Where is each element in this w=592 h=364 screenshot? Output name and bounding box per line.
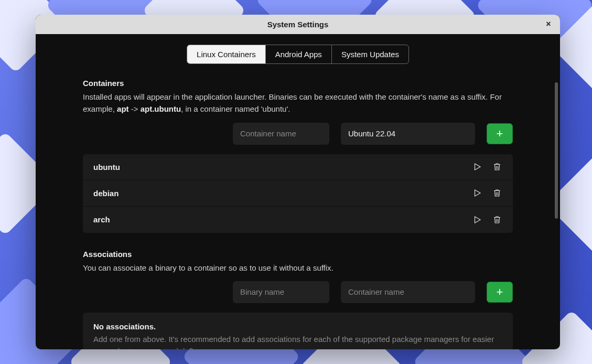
plus-icon: + [497,127,503,141]
plus-icon: + [497,285,503,299]
distro-select[interactable]: Ubuntu 22.04 [341,123,475,145]
containers-heading: Containers [83,79,513,88]
svg-marker-1 [475,190,481,196]
list-item: debian [83,180,513,207]
empty-description: Add one from above. It's recommended to … [93,333,502,349]
trash-icon[interactable] [492,215,502,225]
tab-system-updates[interactable]: System Updates [332,45,408,63]
associations-empty-state: No associations. Add one from above. It'… [83,313,513,349]
containers-description: Installed apps will appear in the applic… [83,91,513,115]
binary-name-input[interactable] [233,281,329,303]
titlebar[interactable]: System Settings × [36,15,560,34]
scrollbar-thumb[interactable] [555,82,558,219]
associations-heading: Associations [83,250,513,259]
close-icon: × [546,19,551,29]
associations-description: You can associate a binary to a containe… [83,262,513,274]
play-icon[interactable] [472,188,482,198]
window-title: System Settings [267,20,329,29]
add-container-button[interactable]: + [487,123,513,144]
distro-selected-label: Ubuntu 22.04 [348,129,395,138]
tab-bar: Linux Containers Android Apps System Upd… [83,45,513,64]
container-add-row: Ubuntu 22.04 + [83,123,513,145]
play-icon[interactable] [472,215,482,225]
svg-marker-2 [475,217,481,223]
trash-icon[interactable] [492,188,502,198]
association-add-row: + [83,281,513,303]
containers-list: ubuntu debian [83,154,513,233]
container-name-label: arch [93,215,472,224]
desc-text: , in a container named 'ubuntu'. [181,104,290,113]
tab-linux-containers[interactable]: Linux Containers [187,45,266,63]
desc-bold: apt [117,104,129,113]
desc-text: -> [129,104,141,113]
content-area: Linux Containers Android Apps System Upd… [36,34,560,349]
empty-title: No associations. [93,322,502,331]
tab-android-apps[interactable]: Android Apps [266,45,332,63]
association-container-input[interactable] [341,281,475,303]
list-item: arch [83,207,513,233]
list-item: ubuntu [83,154,513,180]
container-name-label: debian [93,189,472,198]
settings-window: System Settings × Linux Containers Andro… [36,15,560,349]
trash-icon[interactable] [492,162,502,172]
container-name-label: ubuntu [93,163,472,172]
svg-marker-0 [475,164,481,170]
container-name-input[interactable] [233,123,329,145]
desc-bold: apt.ubuntu [141,104,181,113]
play-icon[interactable] [472,162,482,172]
close-button[interactable]: × [542,18,555,30]
add-association-button[interactable]: + [487,282,513,303]
